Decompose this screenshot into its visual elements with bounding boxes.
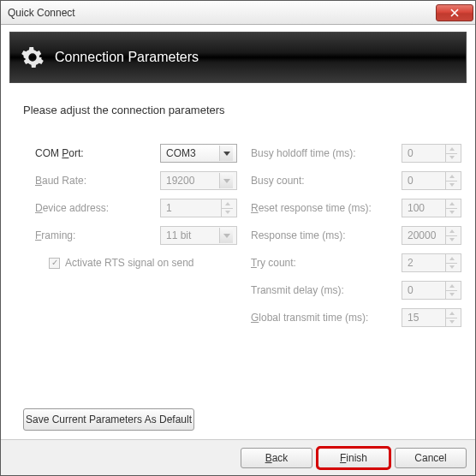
dialog-window: Quick Connect Connection Parameters Plea… [0,0,476,476]
instruction-text: Please adjust the connection parameters [23,104,453,116]
chevron-down-icon [219,146,233,161]
label-activate-rts: Activate RTS signal on send [65,257,194,269]
label-framing: Framing: [35,229,146,241]
label-reset-response: Reset response time (ms): [251,202,388,214]
label-busy-count: Busy count: [251,175,388,187]
gear-icon [21,45,45,69]
chevron-down-icon [219,173,233,188]
spinner-try-count: 2 [402,253,461,272]
spinner-reset-response: 100 [402,199,461,217]
close-button[interactable] [436,4,473,21]
cancel-button[interactable]: Cancel [395,448,467,468]
close-icon [450,9,459,17]
finish-button[interactable]: Finish [318,448,390,468]
check-icon: ✓ [49,258,60,269]
label-global-transmit: Global transmit time (ms): [251,312,388,324]
window-title: Quick Connect [8,7,436,19]
footer: Back Finish Cancel [1,439,475,475]
parameter-grid: COM Port: COM3 Busy holdoff time (ms): 0… [35,144,453,327]
label-device-address: Device address: [35,202,146,214]
spinner-busy-count: 0 [402,171,461,190]
banner: Connection Parameters [9,32,467,83]
chevron-down-icon [219,228,233,243]
content-area: Please adjust the connection parameters … [1,83,475,439]
spinner-transmit-delay: 0 [402,281,461,300]
label-com-port: COM Port: [35,147,146,159]
save-default-button[interactable]: Save Current Parameters As Default [23,408,194,431]
label-response-time: Response time (ms): [251,229,388,241]
back-button[interactable]: Back [241,448,312,468]
label-try-count: Try count: [251,257,388,269]
spinner-busy-holdoff: 0 [402,144,461,163]
label-baud-rate: Baud Rate: [35,175,146,187]
spinner-device-address: 1 [160,199,237,217]
titlebar: Quick Connect [1,1,475,25]
combo-baud-rate: 19200 [160,171,237,190]
checkbox-activate-rts: ✓ Activate RTS signal on send [49,257,237,269]
banner-title: Connection Parameters [55,50,199,65]
label-busy-holdoff: Busy holdoff time (ms): [251,147,388,159]
label-transmit-delay: Transmit delay (ms): [251,284,388,296]
combo-framing: 11 bit [160,226,237,245]
combo-com-port[interactable]: COM3 [160,144,237,163]
spinner-response-time: 20000 [402,226,461,245]
spinner-global-transmit: 15 [402,308,461,327]
